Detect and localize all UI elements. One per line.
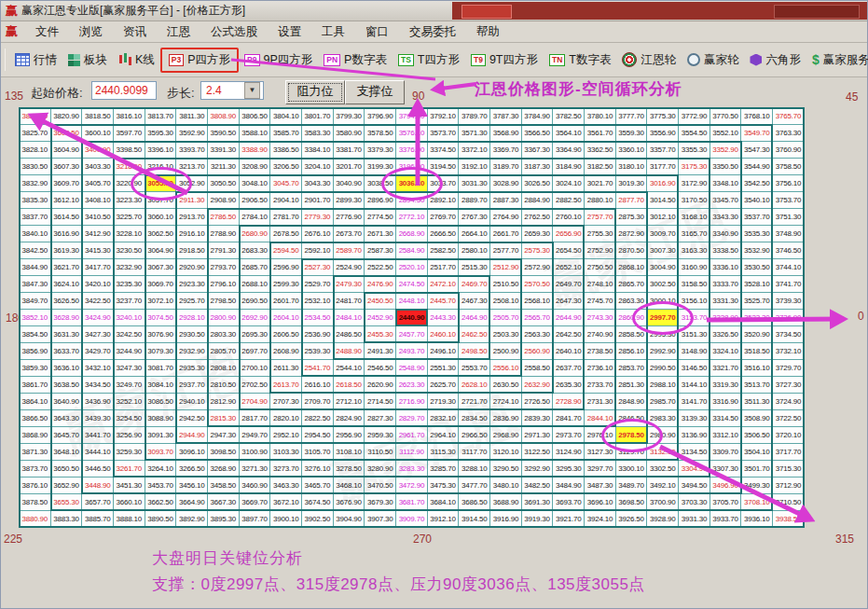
grid-cell[interactable]: 3000.10 (647, 293, 679, 310)
grid-cell[interactable]: 3739.30 (773, 293, 805, 310)
grid-cell[interactable]: 2930.50 (176, 326, 208, 343)
grid-cell[interactable]: 3026.50 (522, 175, 554, 192)
grid-cell[interactable]: 3583.30 (302, 125, 334, 142)
grid-cell[interactable]: 3902.50 (302, 511, 334, 528)
grid-cell[interactable]: 3554.50 (679, 125, 710, 142)
grid-cell[interactable]: 3417.70 (82, 259, 114, 276)
grid-cell[interactable]: 3518.50 (741, 343, 773, 360)
grid-cell[interactable]: 2820.10 (270, 410, 302, 427)
grid-cell[interactable]: 3283.30 (396, 461, 428, 478)
grid-cell[interactable]: 2992.90 (647, 343, 679, 360)
grid-cell[interactable]: 3616.90 (51, 226, 83, 242)
grid-cell[interactable]: 2695.30 (240, 326, 271, 343)
grid-cell[interactable]: 2858.50 (616, 326, 648, 343)
grid-cell[interactable]: 3384.10 (302, 142, 334, 159)
grid-cell[interactable]: 2558.50 (522, 360, 554, 377)
grid-cell[interactable]: 2664.10 (459, 226, 490, 242)
grid-cell[interactable]: 3139.30 (679, 410, 710, 427)
grid-cell[interactable]: 2647.30 (553, 293, 585, 310)
grid-cell[interactable]: 3396.10 (145, 142, 177, 159)
grid-cell[interactable]: 3168.10 (679, 209, 710, 226)
grid-cell[interactable]: 3506.50 (741, 427, 773, 444)
grid-cell[interactable]: 2522.50 (365, 259, 396, 276)
grid-cell[interactable]: 3074.50 (145, 310, 177, 326)
grid-cell-center[interactable]: 2440.90 (396, 310, 428, 326)
grid-cell[interactable]: 3698.50 (616, 494, 648, 511)
grid-cell[interactable]: 3604.90 (51, 142, 83, 159)
grid-cell[interactable]: 2479.30 (334, 276, 365, 293)
grid-cell[interactable]: 3897.70 (240, 511, 271, 528)
grid-cell[interactable]: 3220.90 (114, 175, 145, 192)
grid-cell[interactable]: 2791.30 (208, 242, 240, 259)
toolbar-t-square[interactable]: TST四方形 (393, 49, 465, 71)
grid-cell[interactable]: 3170.50 (679, 192, 710, 209)
menu-tools[interactable]: 工具 (311, 24, 355, 40)
grid-cell[interactable]: 3703.30 (679, 494, 710, 511)
grid-cell[interactable]: 3592.90 (176, 125, 208, 142)
grid-cell[interactable]: 3331.30 (710, 293, 742, 310)
grid-cell[interactable]: 3386.50 (270, 142, 302, 159)
grid-cell[interactable]: 3679.30 (365, 494, 396, 511)
resistance-button[interactable]: 阻力位 (285, 80, 345, 104)
grid-cell[interactable]: 2668.90 (396, 226, 428, 242)
grid-cell[interactable]: 3144.10 (679, 377, 710, 394)
grid-cell[interactable]: 2805.70 (208, 343, 240, 360)
grid-cell[interactable]: 3588.10 (240, 125, 271, 142)
grid-cell[interactable]: 3650.50 (51, 461, 83, 478)
grid-cell[interactable]: 3837.70 (20, 209, 51, 226)
grid-cell[interactable]: 3472.90 (396, 478, 428, 494)
menu-trade[interactable]: 交易委托 (399, 24, 466, 40)
grid-cell[interactable]: 2469.70 (459, 276, 490, 293)
grid-cell[interactable]: 2916.10 (176, 226, 208, 242)
grid-cell[interactable]: 2570.50 (522, 276, 554, 293)
grid-cell[interactable]: 3928.90 (647, 511, 679, 528)
toolbar-winner-service[interactable]: $赢家服务 (806, 49, 868, 71)
grid-cell[interactable]: 3376.90 (396, 142, 428, 159)
grid-cell[interactable]: 3511.30 (741, 394, 773, 410)
grid-cell[interactable]: 3736.90 (773, 310, 805, 326)
grid-cell[interactable]: 3328.90 (710, 310, 742, 326)
grid-cell[interactable]: 2990.50 (647, 360, 679, 377)
grid-cell[interactable]: 3266.50 (176, 461, 208, 478)
grid-cell[interactable]: 2810.50 (208, 377, 240, 394)
grid-cell[interactable]: 2472.10 (428, 276, 460, 293)
grid-cell[interactable]: 3194.50 (428, 159, 460, 175)
grid-cell[interactable]: 3700.90 (647, 494, 679, 511)
grid-cell[interactable]: 2906.50 (240, 192, 271, 209)
grid-cell[interactable]: 2455.30 (365, 326, 396, 343)
grid-cell[interactable]: 2880.10 (585, 192, 616, 209)
grid-cell[interactable]: 3729.70 (773, 360, 805, 377)
grid-cell[interactable]: 3590.50 (208, 125, 240, 142)
grid-cell[interactable]: 3223.30 (114, 192, 145, 209)
grid-cell[interactable]: 2628.10 (459, 377, 490, 394)
grid-cell[interactable]: 3885.70 (82, 511, 114, 528)
grid-cell[interactable]: 2467.30 (459, 293, 490, 310)
grid-cell[interactable]: 3535.30 (741, 226, 773, 242)
grid-cell[interactable]: 2793.70 (208, 259, 240, 276)
grid-cell[interactable]: 2584.90 (396, 242, 428, 259)
grid-cell[interactable]: 3458.50 (208, 478, 240, 494)
grid-cell[interactable]: 3156.10 (679, 293, 710, 310)
grid-cell[interactable]: 2875.30 (616, 209, 648, 226)
grid-cell[interactable]: 3187.30 (522, 159, 554, 175)
grid-cell[interactable]: 3336.10 (710, 259, 742, 276)
grid-cell[interactable]: 3705.70 (710, 494, 742, 511)
grid-cell[interactable]: 3009.70 (647, 226, 679, 242)
grid-cell[interactable]: 3439.30 (82, 410, 114, 427)
grid-cell[interactable]: 3388.90 (240, 142, 271, 159)
toolbar-kline[interactable]: K线 (113, 49, 160, 71)
menu-formula-stockpick[interactable]: 公式选股 (200, 24, 268, 40)
grid-cell[interactable]: 2856.10 (616, 343, 648, 360)
grid-cell[interactable]: 2767.30 (459, 209, 490, 226)
grid-cell[interactable]: 2714.50 (365, 394, 396, 410)
grid-cell[interactable]: 3312.10 (710, 427, 742, 444)
grid-cell[interactable]: 3151.30 (679, 326, 710, 343)
grid-cell[interactable]: 3547.30 (741, 142, 773, 159)
grid-cell[interactable]: 2457.70 (396, 326, 428, 343)
grid-cell[interactable]: 3122.50 (522, 444, 554, 461)
grid-cell[interactable]: 2656.90 (553, 226, 585, 242)
grid-cell[interactable]: 3098.50 (208, 444, 240, 461)
grid-cell[interactable]: 3460.90 (240, 478, 271, 494)
grid-cell[interactable]: 3607.30 (51, 159, 83, 175)
grid-cell[interactable]: 3424.90 (82, 310, 114, 326)
